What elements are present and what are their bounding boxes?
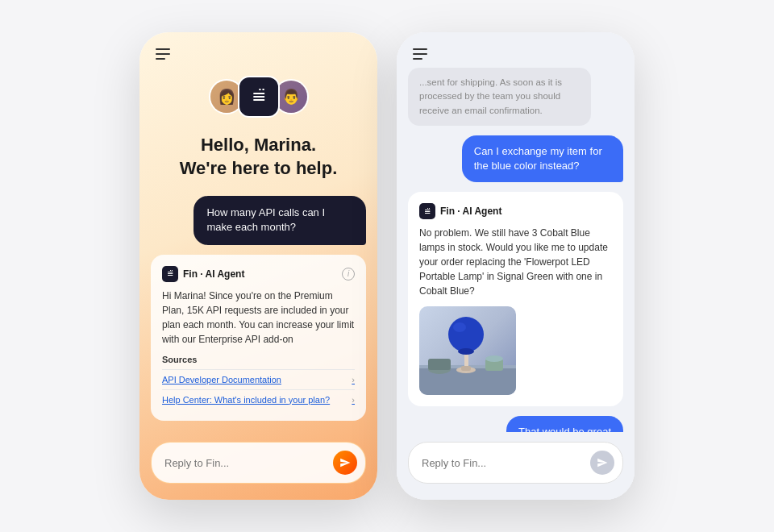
left-phone-header bbox=[139, 32, 377, 68]
svg-point-7 bbox=[458, 348, 474, 355]
right-phone-header bbox=[397, 32, 635, 68]
svg-point-11 bbox=[485, 355, 503, 362]
agent-name-label: Fin · AI Agent bbox=[183, 268, 244, 280]
left-input-box bbox=[151, 442, 366, 484]
sources-title: Sources bbox=[162, 355, 355, 364]
avatar-center-bot: ≡̈ bbox=[238, 76, 280, 118]
agent-bot-icon: ≡̈ bbox=[162, 266, 178, 282]
hamburger-menu-icon[interactable] bbox=[156, 48, 170, 60]
scene: 👩 ≡̈ 👨 Hello, Marina. We're here to help… bbox=[139, 32, 635, 500]
right-agent-bot-icon: ≡̈ bbox=[419, 203, 435, 219]
right-input-box bbox=[408, 442, 623, 484]
greeting-title: Hello, Marina. We're here to help. bbox=[156, 134, 361, 180]
right-agent-card: ≡̈ Fin · AI Agent No problem. We still h… bbox=[408, 192, 623, 406]
left-send-button[interactable] bbox=[333, 451, 357, 475]
right-agent-message-body: No problem. We still have 3 Cobalt Blue … bbox=[419, 226, 612, 298]
bot-wave-icon: ≡̈ bbox=[252, 88, 266, 106]
left-input-area bbox=[139, 432, 377, 500]
right-chat-scroll: ...sent for shipping. As soon as it is p… bbox=[397, 68, 635, 432]
right-agent-name-label: Fin · AI Agent bbox=[440, 206, 501, 217]
user-bubble: How many API calls can I make each month… bbox=[194, 196, 366, 244]
svg-point-6 bbox=[453, 322, 466, 332]
user-message-text: How many API calls can I make each month… bbox=[206, 206, 325, 233]
user-blue-bubble-1: Can I exchange my item for the blue colo… bbox=[462, 135, 623, 182]
right-send-button[interactable] bbox=[590, 451, 614, 475]
right-agent-name-row: ≡̈ Fin · AI Agent bbox=[419, 203, 501, 219]
left-phone: 👩 ≡̈ 👨 Hello, Marina. We're here to help… bbox=[139, 32, 377, 500]
right-hamburger-icon[interactable] bbox=[413, 48, 427, 60]
agent-name-row: ≡̈ Fin · AI Agent bbox=[162, 266, 244, 282]
chevron-icon: › bbox=[352, 375, 355, 384]
faded-message-bubble: ...sent for shipping. As soon as it is p… bbox=[408, 68, 591, 126]
right-input-area bbox=[397, 432, 635, 500]
source-link-1[interactable]: API Developer Documentation › bbox=[162, 369, 355, 389]
svg-rect-9 bbox=[461, 366, 471, 371]
right-reply-input[interactable] bbox=[422, 457, 590, 469]
right-phone: ...sent for shipping. As soon as it is p… bbox=[397, 32, 635, 500]
agent-message-body: Hi Marina! Since you're on the Premium P… bbox=[162, 289, 355, 347]
right-agent-card-header: ≡̈ Fin · AI Agent bbox=[419, 203, 612, 219]
source-link-2[interactable]: Help Center: What's included in your pla… bbox=[162, 389, 355, 409]
info-icon[interactable]: i bbox=[342, 268, 355, 281]
chevron-icon-2: › bbox=[352, 395, 355, 405]
svg-point-5 bbox=[448, 317, 484, 352]
lamp-product-image bbox=[419, 306, 516, 395]
left-reply-input[interactable] bbox=[164, 457, 333, 469]
agent-card: ≡̈ Fin · AI Agent i Hi Marina! Since you… bbox=[151, 255, 366, 421]
greeting-section: Hello, Marina. We're here to help. bbox=[139, 121, 377, 196]
left-chat-scroll: How many API calls can I make each month… bbox=[139, 196, 377, 432]
svg-rect-3 bbox=[428, 359, 451, 370]
avatar-group: 👩 ≡̈ 👨 bbox=[139, 68, 377, 121]
greeting-line1: Hello, Marina. bbox=[201, 135, 316, 155]
user-blue-bubble-2: That would be great bbox=[506, 416, 623, 432]
greeting-line2: We're here to help. bbox=[180, 158, 338, 178]
agent-card-header: ≡̈ Fin · AI Agent i bbox=[162, 266, 355, 282]
